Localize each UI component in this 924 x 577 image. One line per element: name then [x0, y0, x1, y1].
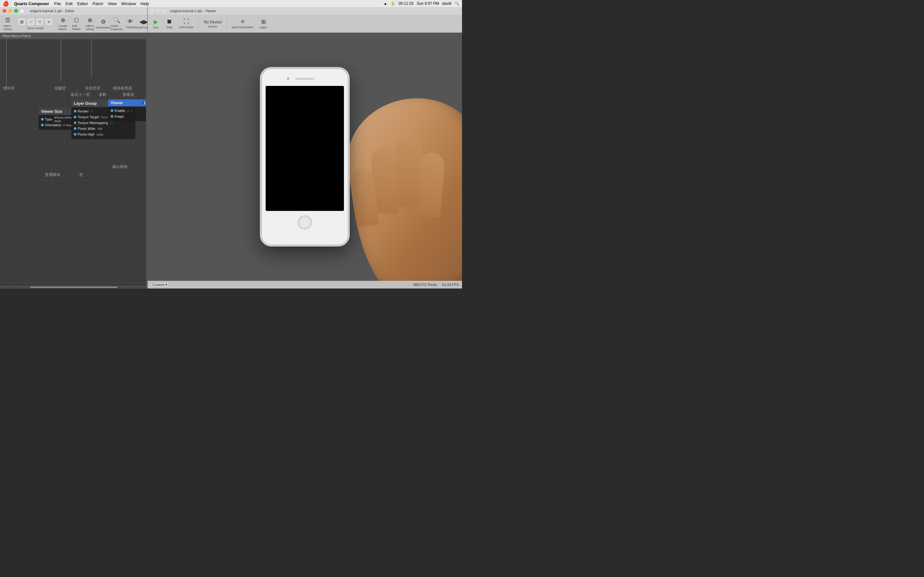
- menu-editor[interactable]: Editor: [77, 1, 88, 6]
- viewer-close[interactable]: [150, 9, 154, 13]
- add-to-library-label: Add to Library: [86, 24, 94, 31]
- lg-pixels-high-row: Pixels High 1334: [74, 131, 133, 137]
- viewer-patch-body: Enable ✓ Image: [108, 106, 147, 121]
- editor-icon: ⊞: [261, 18, 266, 25]
- patch-library-label: Patch Library: [3, 24, 12, 31]
- add-library-icon: ⊕: [87, 17, 92, 24]
- orient-label: Orientation: [45, 123, 61, 127]
- stop-button[interactable]: ⏹ Stop: [163, 17, 176, 30]
- finger-3: [371, 146, 399, 214]
- type-port-in: [41, 118, 44, 121]
- viewer-sep-2: [227, 18, 228, 29]
- custom-select[interactable]: Custom ▾: [151, 282, 169, 287]
- clock: 00:11:25: [399, 1, 414, 6]
- editor-canvas[interactable]: Viewer Size Type iPhone 6Pixels Wide Ori…: [0, 39, 147, 286]
- viewer-patch[interactable]: Viewer 1 Enable ✓ Image: [108, 99, 147, 121]
- viewer-content: [148, 33, 462, 281]
- label-edit-parent: 返回上一层: [71, 92, 90, 97]
- scrollbar-thumb[interactable]: [30, 287, 118, 288]
- patch-inspector-label: Patch Inspector: [111, 24, 123, 31]
- input-params-icon: ≡: [241, 18, 244, 25]
- menu-patch[interactable]: Patch: [92, 1, 103, 6]
- input-parameters-button[interactable]: ≡ Input Parameters: [229, 17, 256, 30]
- minimize-button[interactable]: [8, 9, 12, 13]
- viewer-label: Viewer: [126, 26, 134, 29]
- label-regular-patch: 普通模块: [45, 172, 60, 177]
- editor-toggle-button[interactable]: ⊞ Editor: [257, 17, 270, 31]
- menu-edit[interactable]: Edit: [65, 1, 73, 6]
- power-button[interactable]: [349, 110, 350, 124]
- create-macro-icon: ⊕: [61, 17, 65, 24]
- zoom-in-button[interactable]: +: [44, 18, 53, 26]
- add-to-library-button[interactable]: ⊕ Add to Library: [83, 15, 96, 32]
- run-button[interactable]: ▶ Run: [150, 17, 162, 31]
- run-label: Run: [153, 26, 159, 29]
- viewer-size-title: Viewer Size: [41, 109, 62, 114]
- pixels-wide-label: Pixels Wide: [78, 127, 95, 131]
- device-button[interactable]: No Device Device: [200, 18, 226, 29]
- fullscreen-button[interactable]: ⛶ Full-Screen: [176, 17, 196, 30]
- breadcrumb: Root Macro Patch: [0, 33, 147, 39]
- menu-window[interactable]: Window: [121, 1, 136, 6]
- volume-up-button[interactable]: [260, 107, 261, 116]
- finger-2: [393, 136, 422, 208]
- enable-label: Enable: [115, 109, 125, 113]
- phone-home-button[interactable]: [298, 215, 312, 229]
- battery-icon: 🔋: [391, 1, 395, 6]
- label-macro: 宏: [79, 172, 83, 177]
- scrollbar-track: [1, 287, 147, 288]
- layer-group-title: Layer Group: [74, 101, 97, 106]
- zoom-out-button[interactable]: −: [26, 18, 35, 26]
- viewer-patch-title: Viewer: [111, 101, 123, 105]
- chevron-down-icon: ▾: [166, 283, 168, 287]
- mipmapping-port: [74, 121, 76, 124]
- zoom-fit-button[interactable]: ⊞: [17, 18, 26, 26]
- viewer-statusbar: Custom ▾ 480x772 Pixels 61.00 FPS: [148, 281, 462, 288]
- volume-down-button[interactable]: [260, 118, 261, 127]
- create-macro-label: Create Macro: [59, 24, 67, 31]
- device-sub-label: Device: [208, 25, 217, 28]
- label-parameters: 参数: [99, 92, 107, 97]
- viewer-minimize[interactable]: [156, 9, 160, 13]
- fullscreen-button[interactable]: [14, 9, 18, 13]
- menu-view[interactable]: View: [108, 1, 117, 6]
- phone-speaker: [295, 78, 314, 80]
- breadcrumb-text: Root Macro Patch: [3, 34, 31, 38]
- zoom-levels-group: ⊞ − = + Zoom Levels: [17, 18, 53, 30]
- label-output-patch: 输出模块: [112, 164, 128, 169]
- search-icon[interactable]: 🔍: [455, 1, 459, 6]
- patch-library-button[interactable]: ☰ Patch Library: [1, 15, 14, 32]
- date-time: Sun 9:57 PM: [417, 1, 439, 6]
- render-port: [74, 110, 76, 113]
- resize-handle[interactable]: [146, 39, 147, 286]
- list-icon: ☰: [5, 17, 10, 24]
- editor-scrollbar[interactable]: [0, 286, 147, 288]
- viewer-image-row: Image: [111, 113, 147, 119]
- fullscreen-icon: ⛶: [184, 18, 189, 25]
- pixels-high-port-in: [74, 133, 76, 135]
- apple-menu[interactable]: 🍎: [3, 1, 9, 7]
- inspector-icon: 🔍: [113, 17, 120, 24]
- pixels-wide-port-in: [74, 127, 76, 130]
- home-button-inner: [299, 217, 310, 228]
- close-button[interactable]: [3, 9, 6, 13]
- parameters-button[interactable]: ⚙ Parameters: [97, 17, 110, 31]
- custom-label: Custom: [152, 283, 165, 287]
- mipmapping-label: Texture Mipmapping: [78, 121, 108, 125]
- viewer-image-label: Image: [115, 114, 124, 118]
- zoom-reset-button[interactable]: =: [35, 18, 44, 26]
- viewer-titlebar: origami-tutorial-1.qtz - Viewer: [148, 7, 462, 15]
- menu-file[interactable]: File: [54, 1, 61, 6]
- edit-parent-button[interactable]: ⬡ Edit Parent: [70, 15, 83, 32]
- enable-port: [111, 109, 113, 112]
- enable-check: ✓: [127, 109, 130, 113]
- fps-label: 61.00 FPS: [442, 283, 459, 287]
- create-macro-button[interactable]: ⊕ Create Macro: [57, 15, 69, 32]
- pixels-wide-value: 750: [97, 127, 102, 131]
- texture-target-label: Texture Target: [78, 115, 99, 119]
- menu-help[interactable]: Help: [141, 1, 149, 6]
- editor-titlebar: 📄 origami-tutorial-1.qtz - Editor: [0, 7, 147, 15]
- viewer-fullscreen-tl[interactable]: [162, 9, 166, 13]
- patch-inspector-button[interactable]: 🔍 Patch Inspector: [110, 15, 123, 32]
- viewer-toolbar: ▶ Run ⏹ Stop ⛶ Full-Screen No Device Dev…: [148, 15, 462, 33]
